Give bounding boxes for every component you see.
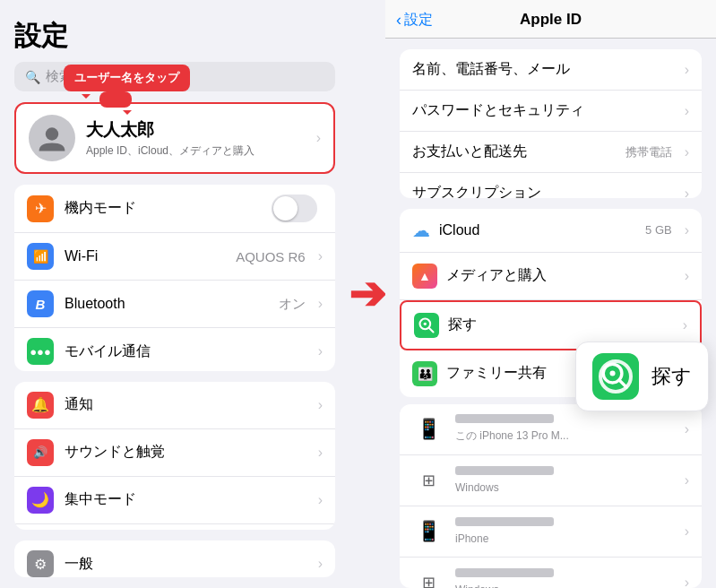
bluetooth-icon: B — [27, 290, 54, 317]
find-tooltip-icon — [592, 353, 639, 400]
appleid-group: 名前、電話番号、メール › パスワードとセキュリティ › お支払いと配送先 携帯… — [400, 49, 702, 198]
avatar — [29, 115, 75, 161]
notification-label: 通知 — [65, 395, 311, 414]
wifi-chevron: › — [318, 248, 323, 264]
bluetooth-value: オン — [279, 296, 306, 313]
right-panel: ‹ 設定 Apple ID 名前、電話番号、メール › パスワードとセキュリティ… — [385, 0, 716, 588]
sound-label: サウンドと触覚 — [65, 443, 311, 462]
bluetooth-label: Bluetooth — [65, 296, 279, 312]
icloud-value: 5 GB — [645, 223, 672, 237]
device-windows1-sublabel: Windows — [455, 481, 499, 494]
profile-name: 大人太郎 — [86, 118, 309, 142]
general-icon: ⚙ — [27, 550, 54, 577]
device-iphone-other-sublabel: iPhone — [455, 532, 488, 545]
settings-group-3: ⚙ 一般 › — [14, 540, 335, 577]
search-icon: 🔍 — [25, 70, 40, 84]
appleid-password[interactable]: パスワードとセキュリティ › — [400, 91, 702, 132]
settings-group-1: ✈ 機内モード 📶 Wi-Fi AQUOS R6 › B Bluetooth オ… — [14, 185, 335, 371]
callout-bubble: ユーザー名をタップ — [64, 65, 190, 91]
cellular-icon: ●●● — [27, 338, 54, 365]
general-label: 一般 — [65, 555, 311, 574]
svg-point-5 — [610, 370, 616, 376]
nav-back-label: 設定 — [404, 11, 433, 30]
notification-icon: 🔔 — [27, 392, 54, 419]
appleid-payment[interactable]: お支払いと配送先 携帯電話 › — [400, 132, 702, 173]
settings-item-wifi[interactable]: 📶 Wi-Fi AQUOS R6 › — [14, 233, 335, 281]
svg-line-3 — [429, 328, 434, 333]
device-iphone13[interactable]: 📱 この iPhone 13 Pro M... › — [400, 404, 702, 455]
payment-chevron: › — [685, 144, 689, 160]
icloud-group: ☁ iCloud 5 GB › ▲ メディアと購入 › 探す › — [400, 209, 702, 397]
settings-item-focus[interactable]: 🌙 集中モード › — [14, 477, 335, 524]
sound-icon: 🔊 — [27, 439, 54, 466]
nav-bar: ‹ 設定 Apple ID — [385, 0, 716, 39]
device-iphone-other-chevron: › — [685, 523, 689, 540]
device-iphone13-sublabel: この iPhone 13 Pro M... — [455, 429, 569, 442]
profile-info: 大人太郎 Apple ID、iCloud、メディアと購入 — [86, 118, 309, 159]
device-windows1-icon: ⊞ — [412, 464, 444, 497]
settings-item-sound[interactable]: 🔊 サウンドと触覚 › — [14, 429, 335, 477]
device-iphone-other-label-bar — [455, 517, 554, 526]
settings-item-bluetooth[interactable]: B Bluetooth オン › — [14, 281, 335, 328]
appleid-subscription[interactable]: サブスクリプション › — [400, 173, 702, 198]
device-iphone13-label-bar — [455, 414, 554, 423]
device-iphone-other[interactable]: 📱 iPhone › — [400, 506, 702, 558]
settings-item-notification[interactable]: 🔔 通知 › — [14, 382, 335, 429]
notification-chevron: › — [318, 397, 323, 413]
password-label: パスワードとセキュリティ — [412, 101, 677, 120]
profile-chevron: › — [316, 130, 321, 146]
device-windows2-chevron: › — [685, 575, 689, 588]
focus-chevron: › — [318, 492, 323, 508]
media-icon: ▲ — [412, 264, 437, 289]
profile-card[interactable]: 大人太郎 Apple ID、iCloud、メディアと購入 › — [14, 102, 335, 174]
svg-point-0 — [46, 127, 58, 140]
device-windows2-label-bar — [455, 568, 554, 577]
device-windows1-chevron: › — [685, 472, 689, 489]
device-iphone13-icon: 📱 — [412, 413, 444, 445]
name-phone-label: 名前、電話番号、メール — [412, 60, 677, 79]
icloud-item[interactable]: ☁ iCloud 5 GB › — [400, 209, 702, 253]
device-iphone13-chevron: › — [685, 421, 689, 437]
subscription-label: サブスクリプション — [412, 184, 677, 198]
device-windows1[interactable]: ⊞ Windows › — [400, 455, 702, 506]
media-chevron: › — [685, 268, 689, 284]
settings-title: 設定 — [0, 0, 349, 62]
focus-icon: 🌙 — [27, 487, 54, 514]
svg-point-2 — [424, 322, 427, 324]
device-windows2-icon: ⊞ — [412, 566, 444, 588]
cellular-label: モバイル通信 — [65, 342, 311, 361]
callout-arrow — [99, 91, 132, 108]
airplane-toggle[interactable] — [272, 195, 317, 222]
find-tooltip: 探す — [575, 342, 709, 411]
settings-item-screentime[interactable]: ⏱ スクリーンタイム › — [14, 524, 335, 530]
payment-label: お支払いと配送先 — [412, 143, 625, 161]
red-arrow-icon: ➔ — [349, 272, 386, 316]
arrow-section: ➔ — [349, 0, 385, 588]
device-windows2[interactable]: ⊞ Windows › — [400, 558, 702, 588]
find-label: 探す — [448, 316, 676, 334]
settings-item-cellular[interactable]: ●●● モバイル通信 › — [14, 328, 335, 371]
settings-item-general[interactable]: ⚙ 一般 › — [14, 540, 335, 577]
focus-label: 集中モード — [65, 490, 311, 509]
find-icon — [414, 313, 439, 338]
wifi-label: Wi-Fi — [65, 248, 236, 264]
find-item[interactable]: 探す › 探す — [400, 300, 702, 350]
settings-group-2: 🔔 通知 › 🔊 サウンドと触覚 › 🌙 集中モード › ⏱ スクリーンタイム … — [14, 382, 335, 530]
general-chevron: › — [318, 556, 323, 572]
back-chevron-icon: ‹ — [396, 11, 401, 30]
bluetooth-chevron: › — [318, 296, 323, 312]
find-chevron: › — [683, 317, 687, 333]
find-tooltip-text: 探す — [651, 363, 692, 390]
sound-chevron: › — [318, 445, 323, 461]
payment-value: 携帯電話 — [625, 144, 672, 160]
media-item[interactable]: ▲ メディアと購入 › — [400, 253, 702, 300]
svg-point-4 — [603, 364, 622, 383]
settings-item-airplane[interactable]: ✈ 機内モード — [14, 185, 335, 233]
nav-back[interactable]: ‹ 設定 — [396, 11, 433, 30]
nav-title: Apple ID — [520, 11, 582, 29]
wifi-value: AQUOS R6 — [236, 249, 306, 264]
appleid-name-phone[interactable]: 名前、電話番号、メール › — [400, 49, 702, 91]
device-windows1-info: Windows — [455, 466, 677, 495]
svg-line-6 — [619, 379, 626, 386]
profile-subtitle: Apple ID、iCloud、メディアと購入 — [86, 143, 309, 159]
